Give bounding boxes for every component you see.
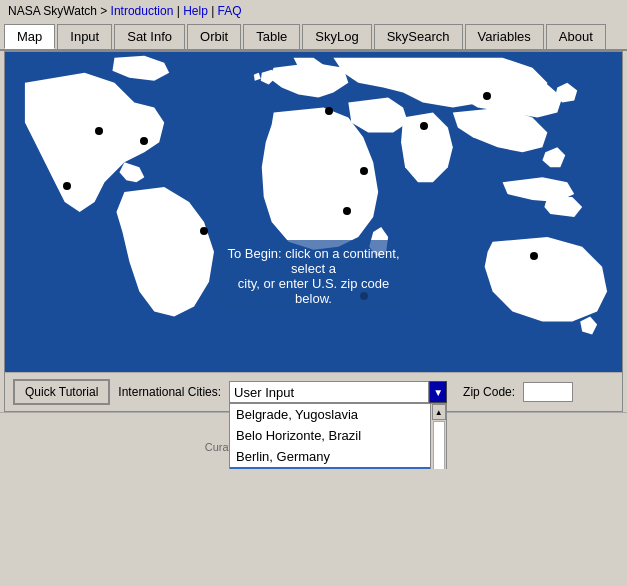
map-dot	[95, 127, 103, 135]
map-dot	[325, 107, 333, 115]
tab-bar: Map Input Sat Info Orbit Table SkyLog Sk…	[0, 22, 627, 51]
dropdown-list[interactable]: Belgrade, Yugoslavia Belo Horizonte, Bra…	[229, 403, 447, 469]
app-title: NASA SkyWatch	[8, 4, 97, 18]
map-dot	[483, 92, 491, 100]
map-dot	[420, 122, 428, 130]
tab-sat-info[interactable]: Sat Info	[114, 24, 185, 49]
top-bar: NASA SkyWatch > Introduction | Help | FA…	[0, 0, 627, 22]
tab-table[interactable]: Table	[243, 24, 300, 49]
intl-cities-label: International Cities:	[118, 385, 221, 399]
dropdown-scrollbar[interactable]: ▲ ▼	[430, 404, 446, 469]
tab-input[interactable]: Input	[57, 24, 112, 49]
bottom-bar: Quick Tutorial International Cities: Use…	[5, 372, 622, 411]
map-text-line1: To Begin: click on a continent, select a	[228, 246, 400, 276]
tab-map[interactable]: Map	[4, 24, 55, 49]
main-content: To Begin: click on a continent, select a…	[4, 51, 623, 412]
map-dot	[200, 227, 208, 235]
faq-link[interactable]: FAQ	[218, 4, 242, 18]
tab-skysearch[interactable]: SkySearch	[374, 24, 463, 49]
map-dot	[140, 137, 148, 145]
quick-tutorial-button[interactable]: Quick Tutorial	[13, 379, 110, 405]
scroll-up-button[interactable]: ▲	[432, 404, 446, 420]
list-item[interactable]: Berlin, Germany	[230, 446, 446, 467]
selected-city-text: User Input	[234, 385, 294, 400]
tab-variables[interactable]: Variables	[465, 24, 544, 49]
zip-code-label: Zip Code:	[463, 385, 515, 399]
map-dot	[63, 182, 71, 190]
list-item-selected[interactable]: Birmingham, England	[230, 467, 446, 469]
map-overlay: To Begin: click on a continent, select a…	[214, 240, 414, 312]
dropdown-arrow-button[interactable]: ▼	[429, 381, 447, 403]
list-item[interactable]: Belo Horizonte, Brazil	[230, 425, 446, 446]
tab-orbit[interactable]: Orbit	[187, 24, 241, 49]
introduction-link[interactable]: Introduction	[111, 4, 174, 18]
map-dot	[360, 167, 368, 175]
help-link[interactable]: Help	[183, 4, 208, 18]
map-container[interactable]: To Begin: click on a continent, select a…	[5, 52, 622, 372]
map-text-line2: city, or enter U.S. zip code below.	[238, 276, 390, 306]
world-map[interactable]	[5, 52, 622, 372]
list-item[interactable]: Belgrade, Yugoslavia	[230, 404, 446, 425]
city-select-wrapper[interactable]: User Input ▼ Belgrade, Yugoslavia Belo H…	[229, 381, 447, 403]
map-dot	[343, 207, 351, 215]
map-dot	[530, 252, 538, 260]
city-select-display[interactable]: User Input	[229, 381, 429, 403]
tab-about[interactable]: About	[546, 24, 606, 49]
breadcrumb-separator: >	[100, 4, 110, 18]
tab-skylog[interactable]: SkyLog	[302, 24, 371, 49]
zip-code-input[interactable]	[523, 382, 573, 402]
